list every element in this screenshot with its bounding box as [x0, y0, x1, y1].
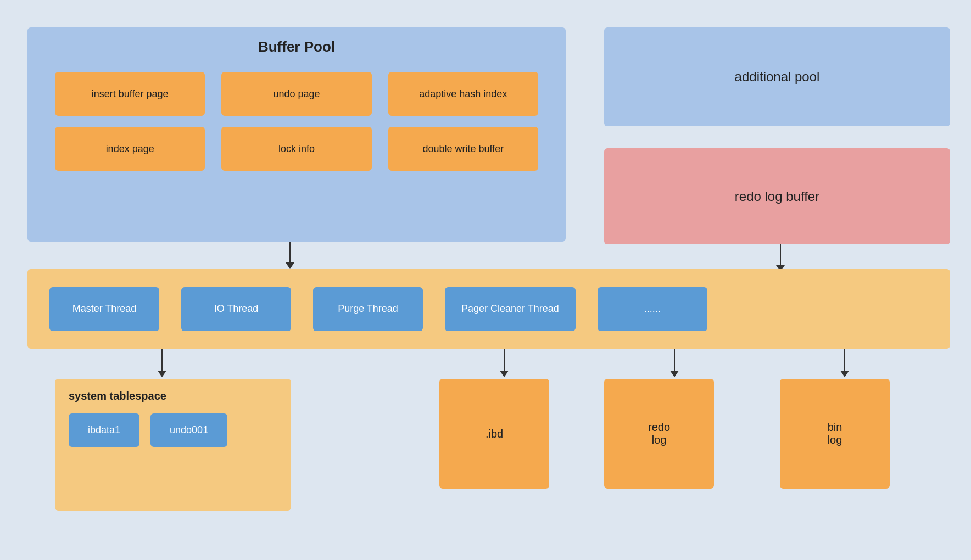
arrow-line-pager [674, 349, 675, 371]
pager-cleaner-thread-box: Pager Cleaner Thread [445, 287, 576, 331]
arrow-head-master [158, 371, 166, 377]
arrow-bp-to-thread [286, 242, 294, 269]
diagram-container: Buffer Pool insert buffer page undo page… [22, 16, 949, 544]
arrow-head-misc [840, 371, 849, 377]
arrow-head [286, 262, 294, 269]
purge-thread-box: Purge Thread [313, 287, 423, 331]
arrow-head-purge [500, 371, 509, 377]
arrow-purge-down [500, 349, 509, 377]
system-tablespace-title: system tablespace [69, 390, 277, 402]
bin-log-label: binlog [828, 421, 842, 446]
arrow-misc-down [840, 349, 849, 377]
undo001-item: undo001 [150, 413, 227, 447]
arrow-line-purge [504, 349, 505, 371]
bp-item-undo: undo page [221, 72, 371, 116]
arrow-line-redo [780, 244, 781, 265]
arrow-pager-down [670, 349, 679, 377]
ibd-label: .ibd [486, 428, 503, 440]
ibd-box: .ibd [439, 379, 549, 489]
innodb-thread-row: Master Thread IO Thread Purge Thread Pag… [27, 269, 950, 349]
bp-item-double-write: double write buffer [388, 127, 538, 171]
bin-log-box: binlog [780, 379, 890, 489]
misc-thread-box: ...... [598, 287, 707, 331]
ibdata1-item: ibdata1 [69, 413, 139, 447]
arrow-line [289, 242, 291, 262]
additional-pool-box: additional pool [604, 27, 950, 126]
redo-log-label: redolog [648, 421, 670, 446]
redo-log-buffer-title: redo log buffer [735, 189, 819, 204]
arrow-head-pager [670, 371, 679, 377]
buffer-pool-title: Buffer Pool [44, 38, 549, 55]
arrow-master-down [158, 349, 166, 377]
redo-log-buffer-box: redo log buffer [604, 148, 950, 244]
master-thread-box: Master Thread [49, 287, 159, 331]
redo-log-box: redolog [604, 379, 714, 489]
system-tablespace-box: system tablespace ibdata1 undo001 [55, 379, 291, 511]
arrow-redo-to-thread [776, 244, 785, 272]
bp-item-lock-info: lock info [221, 127, 371, 171]
io-thread-box: IO Thread [181, 287, 291, 331]
arrow-line-misc [844, 349, 845, 371]
bp-item-index: index page [55, 127, 205, 171]
buffer-pool-items: insert buffer page undo page adaptive ha… [44, 66, 549, 176]
buffer-pool-box: Buffer Pool insert buffer page undo page… [27, 27, 566, 242]
bp-item-adaptive-hash: adaptive hash index [388, 72, 538, 116]
bp-item-insert-buffer: insert buffer page [55, 72, 205, 116]
additional-pool-title: additional pool [735, 69, 820, 85]
arrow-line-master [161, 349, 163, 371]
tablespace-items: ibdata1 undo001 [69, 413, 277, 447]
